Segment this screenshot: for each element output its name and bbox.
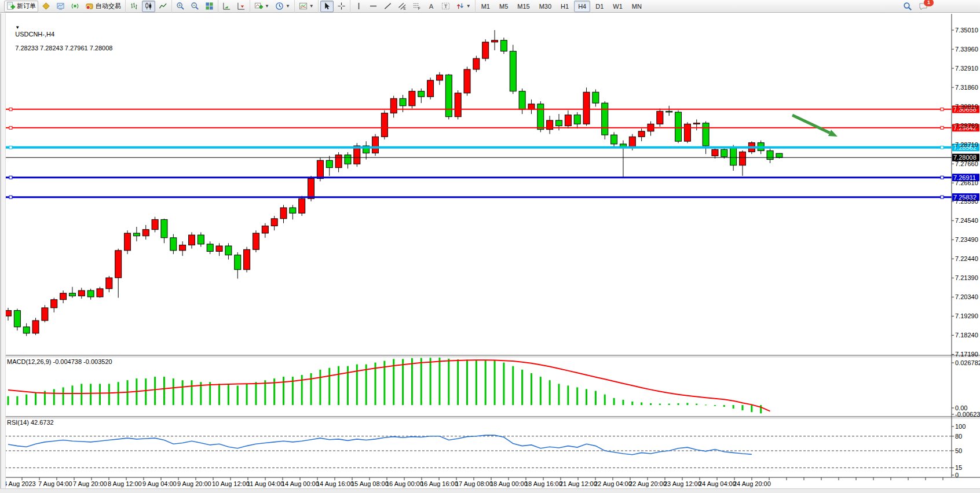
time-tick-label: 22 Aug 20:00 — [629, 480, 667, 487]
price-tick-label: 7.22440 — [955, 255, 978, 262]
text-label-button[interactable]: T — [439, 1, 452, 12]
level-handle[interactable] — [9, 146, 12, 149]
timeframe-w1[interactable]: W1 — [609, 1, 627, 12]
macd-histogram-bar — [237, 385, 239, 405]
vertical-line-button[interactable] — [352, 1, 365, 12]
level-handle[interactable] — [9, 196, 12, 198]
candle-bear — [510, 51, 516, 91]
macd-histogram-bar — [567, 385, 569, 405]
candle-bull — [32, 321, 39, 333]
svg-text:E: E — [403, 6, 406, 10]
candle-bull — [51, 300, 57, 308]
level-handle[interactable] — [941, 176, 944, 179]
text-button[interactable]: A — [425, 1, 438, 12]
candle-bear — [500, 41, 507, 51]
crosshair-icon — [337, 2, 346, 10]
level-handle[interactable] — [9, 126, 12, 129]
level-handle[interactable] — [9, 176, 12, 179]
svg-text:F: F — [418, 6, 420, 10]
macd-histogram-bar — [521, 370, 523, 405]
auto-scroll-button[interactable] — [220, 1, 233, 12]
macd-scale-label: 0.026782 — [955, 359, 980, 366]
periods-button[interactable]: ▼ — [273, 1, 292, 12]
macd-histogram-bar — [283, 377, 284, 405]
add-indicator-button[interactable]: ▼ — [252, 1, 272, 12]
templates-button[interactable]: ▼ — [297, 1, 316, 12]
price-tick-label: 7.28710 — [955, 141, 978, 148]
timeframe-d1[interactable]: D1 — [591, 1, 608, 12]
fibonacci-button[interactable]: F — [410, 1, 423, 12]
bar-chart-icon — [130, 2, 138, 10]
chart-shift-button[interactable] — [235, 1, 248, 12]
autotrading-label: 自动交易 — [96, 2, 121, 10]
price-tick-label: 7.20340 — [955, 293, 978, 300]
time-tick-label: 7 Aug 04:00 — [38, 480, 72, 487]
candle-bull — [280, 208, 287, 219]
time-axis[interactable]: 4 Aug 20237 Aug 04:007 Aug 20:008 Aug 12… — [3, 477, 943, 487]
arrows-button[interactable]: ▼ — [454, 1, 473, 12]
autotrading-button[interactable]: 自动交易 — [83, 1, 123, 12]
timeframe-h4[interactable]: H4 — [574, 1, 590, 12]
macd-histogram-bar — [154, 377, 156, 405]
tile-windows-button[interactable] — [203, 1, 216, 12]
search-button[interactable] — [901, 1, 915, 12]
signals-button[interactable] — [68, 1, 82, 12]
zoom-out-button[interactable] — [188, 1, 202, 12]
timeframe-m30[interactable]: M30 — [535, 1, 555, 12]
add-indicator-caret-icon[interactable]: ▼ — [265, 4, 269, 9]
zoom-in-button[interactable] — [174, 1, 187, 12]
timeframe-m1[interactable]: M1 — [477, 1, 494, 12]
level-handle[interactable] — [941, 126, 944, 129]
horizontal-level-lines[interactable]: 7.306587.296427.285627.269117.25832 — [5, 105, 979, 201]
time-tick-label: 14 Aug 16:00 — [316, 480, 354, 487]
candle-bear — [69, 293, 75, 296]
chart-canvas[interactable]: 7.306587.296427.285627.269117.258327.280… — [0, 13, 980, 493]
level-handle[interactable] — [941, 146, 944, 149]
timeframe-m5[interactable]: M5 — [495, 1, 512, 12]
trendline-button[interactable] — [381, 1, 394, 12]
price-axis[interactable]: 7.350107.339607.329107.318607.308107.297… — [952, 27, 978, 358]
svg-text:T: T — [444, 3, 447, 9]
notifications-button[interactable]: 1 — [916, 1, 930, 12]
time-tick-label: 14 Aug 00:00 — [281, 480, 319, 487]
candle-bull — [180, 245, 186, 250]
arrows-caret-icon[interactable]: ▼ — [466, 4, 471, 9]
line-chart-button[interactable] — [156, 1, 170, 12]
level-handle[interactable] — [9, 108, 12, 111]
crosshair-button[interactable] — [335, 1, 348, 12]
timeframe-mn[interactable]: MN — [628, 1, 646, 12]
level-handle[interactable] — [941, 196, 944, 198]
macd-histogram-bar — [118, 382, 119, 405]
chevron-down-icon[interactable]: ▼ — [15, 25, 20, 30]
candle-bull — [473, 58, 480, 69]
macd-histogram-bar — [457, 359, 459, 405]
horizontal-line-button[interactable] — [367, 1, 380, 12]
candle-bull — [381, 113, 387, 137]
chart-window: 7.306587.296427.285627.269117.258327.280… — [0, 13, 980, 493]
templates-caret-icon[interactable]: ▼ — [309, 4, 314, 9]
rsi-scale-label: 15 — [955, 464, 962, 471]
arrow-annotation[interactable] — [792, 115, 838, 137]
market-depth-button[interactable] — [39, 1, 53, 12]
timeframe-h1[interactable]: H1 — [557, 1, 573, 12]
chart-window-button[interactable] — [54, 1, 67, 12]
scroll-group — [218, 0, 250, 13]
timeframe-m15[interactable]: M15 — [513, 1, 533, 12]
level-handle[interactable] — [941, 108, 944, 111]
price-tick-label: 7.31860 — [955, 84, 978, 91]
candles-series — [5, 30, 782, 336]
macd-histogram-bar — [402, 359, 404, 405]
candle-bull — [409, 91, 415, 106]
time-tick-label: 11 Aug 04:00 — [247, 480, 284, 487]
macd-histogram-bar — [705, 404, 707, 405]
text-label-icon: T — [441, 2, 450, 10]
macd-histogram-bar — [108, 384, 110, 405]
new-order-button[interactable]: 新订单 — [4, 1, 38, 12]
cursor-button[interactable] — [320, 1, 334, 12]
equidistant-channel-button[interactable]: E — [396, 1, 409, 12]
periods-caret-icon[interactable]: ▼ — [286, 4, 290, 9]
macd-histogram-bar — [264, 380, 266, 405]
bar-chart-button[interactable] — [127, 1, 141, 12]
candlestick-chart-button[interactable] — [142, 1, 155, 12]
candle-bull — [436, 75, 443, 80]
